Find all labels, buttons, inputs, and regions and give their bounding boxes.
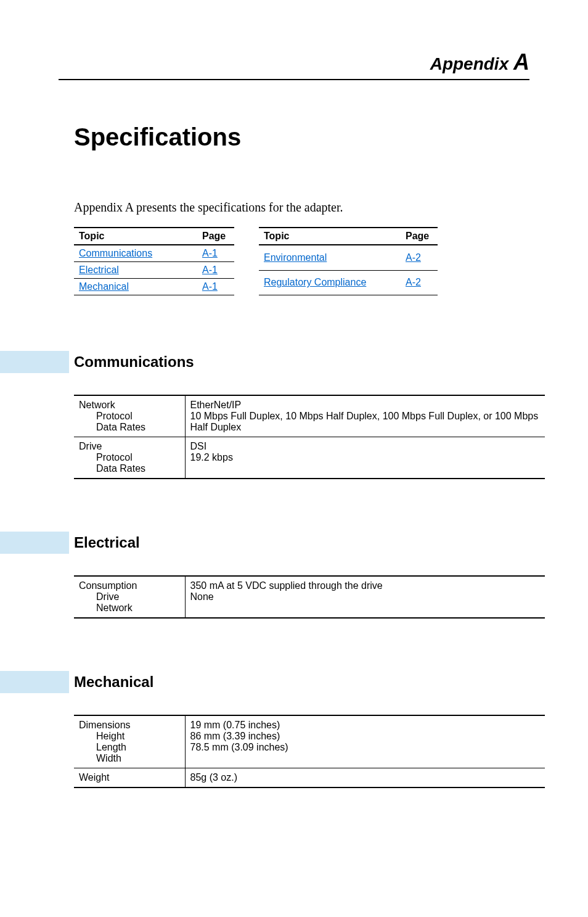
communications-table: Network Protocol Data Rates EtherNet/IP …	[74, 395, 545, 479]
page-title: Specifications	[74, 123, 529, 151]
section-heading-communications: Communications	[0, 351, 529, 373]
spec-value: 350 mA at 5 VDC supplied through the dri…	[185, 576, 545, 618]
appendix-prefix: Appendix	[430, 54, 509, 73]
spec-sublabel: Protocol	[79, 411, 180, 422]
electrical-table: Consumption Drive Network 350 mA at 5 VD…	[74, 575, 545, 619]
spec-sublabel: Height	[79, 731, 180, 742]
spec-value-text: DSI 19.2 kbps	[190, 441, 233, 463]
spec-sublabel: Width	[79, 753, 180, 764]
spec-label: Drive Protocol Data Rates	[74, 437, 185, 479]
toc: Topic Page Communications A-1 Electrical…	[74, 227, 529, 295]
spec-label-main: Dimensions	[79, 720, 131, 730]
toc-page-link[interactable]: A-1	[202, 265, 218, 275]
toc-page-link[interactable]: A-2	[406, 277, 421, 287]
spec-label: Dimensions Height Length Width	[74, 715, 185, 768]
toc-link[interactable]: Mechanical	[79, 281, 129, 292]
toc-table-right: Topic Page Environmental A-2 Regulatory …	[259, 227, 438, 295]
toc-link[interactable]: Electrical	[79, 265, 119, 275]
spec-sublabel: Data Rates	[79, 463, 180, 474]
toc-header-page: Page	[197, 228, 234, 245]
spec-value: EtherNet/IP 10 Mbps Full Duplex, 10 Mbps…	[185, 395, 545, 437]
spec-value-text: 85g (3 oz.)	[190, 772, 237, 783]
spec-value-text: EtherNet/IP 10 Mbps Full Duplex, 10 Mbps…	[190, 400, 539, 432]
section-title: Mechanical	[74, 671, 529, 693]
appendix-header: Appendix A	[59, 49, 529, 80]
toc-row: Communications A-1	[74, 245, 234, 262]
spec-label: Network Protocol Data Rates	[74, 395, 185, 437]
spec-label-main: Network	[79, 400, 115, 410]
spec-label: Consumption Drive Network	[74, 576, 185, 618]
table-row: Weight 85g (3 oz.)	[74, 768, 545, 788]
section-title: Electrical	[74, 532, 529, 554]
section-heading-mechanical: Mechanical	[0, 671, 529, 693]
toc-link[interactable]: Environmental	[264, 252, 327, 263]
spec-value-text: 350 mA at 5 VDC supplied through the dri…	[190, 580, 383, 602]
toc-header-page: Page	[401, 228, 438, 245]
toc-page-link[interactable]: A-2	[406, 252, 421, 263]
spec-value-text: 19 mm (0.75 inches) 86 mm (3.39 inches) …	[190, 720, 288, 752]
toc-row: Environmental A-2	[259, 245, 438, 270]
spec-label-main: Consumption	[79, 580, 137, 591]
spec-sublabel: Drive	[79, 591, 180, 602]
toc-row: Mechanical A-1	[74, 279, 234, 295]
spec-sublabel: Data Rates	[79, 422, 180, 433]
toc-table-left: Topic Page Communications A-1 Electrical…	[74, 227, 234, 295]
spec-label: Weight	[74, 768, 185, 788]
toc-header-topic: Topic	[259, 228, 401, 245]
table-row: Dimensions Height Length Width 19 mm (0.…	[74, 715, 545, 768]
table-row: Consumption Drive Network 350 mA at 5 VD…	[74, 576, 545, 618]
spec-sublabel: Length	[79, 742, 180, 753]
toc-header-topic: Topic	[74, 228, 197, 245]
spec-label-main: Drive	[79, 441, 102, 451]
toc-link[interactable]: Regulatory Compliance	[264, 277, 366, 287]
toc-page-link[interactable]: A-1	[202, 248, 218, 258]
spec-value: DSI 19.2 kbps	[185, 437, 545, 479]
intro-text: Appendix A presents the specifications f…	[74, 200, 529, 215]
mechanical-table: Dimensions Height Length Width 19 mm (0.…	[74, 715, 545, 788]
spec-sublabel: Network	[79, 602, 180, 614]
toc-row: Electrical A-1	[74, 262, 234, 279]
section-title: Communications	[74, 351, 529, 373]
table-row: Network Protocol Data Rates EtherNet/IP …	[74, 395, 545, 437]
spec-value: 85g (3 oz.)	[185, 768, 545, 788]
toc-row: Regulatory Compliance A-2	[259, 270, 438, 295]
table-row: Drive Protocol Data Rates DSI 19.2 kbps	[74, 437, 545, 479]
spec-label-main: Weight	[79, 772, 110, 783]
toc-link[interactable]: Communications	[79, 248, 152, 258]
spec-value: 19 mm (0.75 inches) 86 mm (3.39 inches) …	[185, 715, 545, 768]
spec-sublabel: Protocol	[79, 452, 180, 463]
appendix-letter: A	[513, 49, 529, 75]
section-heading-electrical: Electrical	[0, 532, 529, 554]
toc-page-link[interactable]: A-1	[202, 281, 218, 292]
